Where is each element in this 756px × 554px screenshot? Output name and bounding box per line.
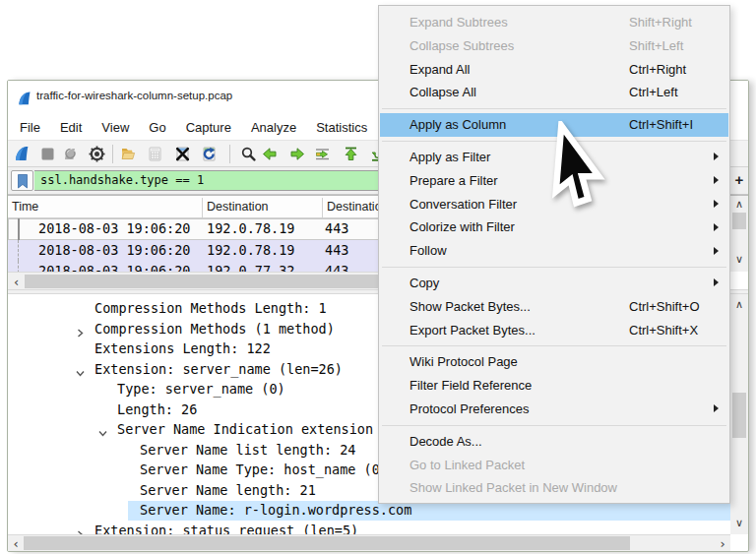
packet-time-cell: 2018-08-03 19:06:20 bbox=[38, 220, 190, 236]
column-header-time[interactable]: Time bbox=[12, 200, 38, 214]
filter-add-button[interactable]: + bbox=[730, 170, 748, 191]
submenu-arrow-icon bbox=[714, 176, 719, 184]
menu-item-label: Copy bbox=[410, 272, 439, 295]
menu-item-label: Colorize with Filter bbox=[410, 215, 515, 239]
menu-item-label: Go to Linked Packet bbox=[410, 454, 525, 477]
menu-item-go-to-linked-packet: Go to Linked Packet bbox=[380, 454, 728, 477]
related-packet-line bbox=[18, 240, 19, 262]
menu-item-shortcut: Shift+Left bbox=[629, 34, 683, 58]
menu-item-label: Apply as Filter bbox=[410, 146, 490, 169]
scroll-down-arrow[interactable]: ∨ bbox=[730, 517, 748, 530]
menu-item-label: Show Linked Packet in New Window bbox=[410, 476, 617, 500]
go-back-icon[interactable] bbox=[262, 146, 279, 162]
menu-separator bbox=[382, 267, 726, 268]
menu-item-show-linked-packet-in-new-window: Show Linked Packet in New Window bbox=[380, 476, 728, 500]
toolbar-separator bbox=[229, 145, 230, 163]
menu-separator bbox=[382, 108, 726, 109]
column-separator[interactable] bbox=[322, 198, 323, 217]
tree-row-label: Extensions Length: 122 bbox=[94, 340, 271, 356]
menu-item-shortcut: Ctrl+Right bbox=[629, 58, 686, 82]
menu-item-label: Export Packet Bytes... bbox=[410, 319, 536, 342]
menu-item-expand-subtrees: Expand SubtreesShift+Right bbox=[380, 11, 728, 34]
submenu-arrow-icon bbox=[714, 200, 719, 208]
menu-item-follow[interactable]: Follow bbox=[380, 239, 728, 263]
tree-row-label: Server Name length: 21 bbox=[140, 482, 316, 498]
find-packet-icon[interactable] bbox=[240, 146, 257, 162]
scroll-thumb[interactable] bbox=[24, 536, 630, 550]
scroll-right-arrow[interactable]: › bbox=[715, 536, 730, 550]
scroll-thumb[interactable] bbox=[732, 393, 746, 438]
tree-row-label: Extension: server_name (len=26) bbox=[94, 361, 343, 377]
stop-capture-icon[interactable] bbox=[39, 146, 56, 162]
detail-vertical-scrollbar[interactable]: ∧∨ bbox=[730, 294, 748, 534]
menubar-item-file[interactable]: File bbox=[10, 116, 50, 139]
menubar-item-view[interactable]: View bbox=[92, 116, 139, 139]
scroll-thumb[interactable] bbox=[732, 213, 746, 229]
menu-item-label: Conversation Filter bbox=[410, 193, 517, 216]
chevron-down-icon[interactable] bbox=[76, 365, 85, 381]
menu-item-expand-all[interactable]: Expand AllCtrl+Right bbox=[380, 58, 728, 82]
menubar-item-capture[interactable]: Capture bbox=[176, 116, 241, 139]
submenu-arrow-icon bbox=[714, 223, 719, 231]
scroll-up-arrow[interactable]: ∧ bbox=[730, 198, 748, 212]
start-capture-icon[interactable] bbox=[14, 146, 31, 162]
packet-destination-cell: 192.0.77.32 bbox=[207, 263, 294, 272]
menu-item-label: Expand Subtrees bbox=[410, 11, 508, 34]
go-first-icon[interactable] bbox=[343, 146, 359, 162]
menubar-item-analyze[interactable]: Analyze bbox=[241, 116, 306, 139]
scroll-up-arrow[interactable]: ∧ bbox=[730, 298, 748, 312]
menu-separator bbox=[382, 425, 726, 426]
packet-dest-port-cell: 443 bbox=[325, 263, 348, 272]
menu-item-label: Decode As... bbox=[410, 430, 482, 454]
menu-item-protocol-preferences[interactable]: Protocol Preferences bbox=[380, 398, 728, 421]
go-forward-icon[interactable] bbox=[288, 146, 305, 162]
filter-bookmark-button[interactable] bbox=[11, 170, 33, 191]
chevron-right-icon[interactable] bbox=[76, 325, 85, 340]
menu-item-shortcut: Ctrl+Shift+O bbox=[629, 295, 700, 319]
save-file-icon[interactable] bbox=[147, 146, 163, 162]
menu-item-decode-as[interactable]: Decode As... bbox=[380, 430, 728, 454]
window-title: traffic-for-wireshark-column-setup.pcap bbox=[36, 90, 232, 101]
open-file-icon[interactable] bbox=[120, 146, 137, 162]
chevron-down-icon[interactable] bbox=[98, 425, 107, 441]
menu-item-label: Follow bbox=[410, 239, 447, 263]
scroll-left-arrow[interactable]: ‹ bbox=[8, 275, 25, 288]
menu-item-shortcut: Ctrl+Left bbox=[629, 81, 678, 104]
go-to-packet-icon[interactable] bbox=[314, 146, 331, 162]
menu-item-collapse-all[interactable]: Collapse AllCtrl+Left bbox=[380, 81, 728, 104]
detail-tree-row[interactable]: Extension: status_request (len=5) bbox=[8, 522, 730, 535]
menu-item-show-packet-bytes[interactable]: Show Packet Bytes...Ctrl+Shift+O bbox=[380, 295, 728, 319]
tree-row-label: Compression Methods (1 method) bbox=[94, 321, 335, 337]
menu-item-label: Filter Field Reference bbox=[410, 374, 532, 398]
menu-item-export-packet-bytes[interactable]: Export Packet Bytes...Ctrl+Shift+X bbox=[380, 319, 728, 342]
menubar-item-statistics[interactable]: Statistics bbox=[306, 116, 377, 139]
menubar-item-go[interactable]: Go bbox=[139, 116, 175, 139]
tree-row-label: Server Name: r-login.wordpress.com bbox=[140, 502, 411, 518]
related-packet-line bbox=[18, 261, 19, 272]
menu-item-copy[interactable]: Copy bbox=[380, 272, 728, 295]
wireshark-fin-icon bbox=[18, 92, 32, 110]
scroll-down-arrow[interactable]: ∨ bbox=[730, 253, 748, 267]
menu-item-label: Collapse All bbox=[410, 81, 476, 104]
column-separator[interactable] bbox=[202, 198, 203, 217]
menu-item-wiki-protocol-page[interactable]: Wiki Protocol Page bbox=[380, 350, 728, 374]
capture-options-icon[interactable] bbox=[89, 146, 105, 162]
restart-capture-icon[interactable] bbox=[62, 146, 79, 162]
packet-dest-port-cell: 443 bbox=[325, 242, 348, 258]
menu-item-label: Collapse Subtrees bbox=[410, 34, 514, 58]
chevron-right-icon[interactable] bbox=[76, 526, 85, 535]
toolbar-separator bbox=[112, 145, 113, 163]
packet-list-vertical-scrollbar[interactable]: ∧∨ bbox=[730, 196, 748, 272]
close-file-icon[interactable] bbox=[174, 146, 191, 162]
submenu-arrow-icon bbox=[714, 278, 719, 286]
submenu-arrow-icon bbox=[714, 247, 719, 255]
menu-item-label: Expand All bbox=[410, 58, 470, 82]
submenu-arrow-icon bbox=[714, 153, 719, 160]
menubar-item-edit[interactable]: Edit bbox=[50, 116, 92, 139]
detail-horizontal-scrollbar[interactable]: ‹› bbox=[8, 534, 730, 551]
column-header-destination[interactable]: Destination bbox=[207, 200, 269, 214]
reload-file-icon[interactable] bbox=[201, 146, 218, 162]
packet-time-cell: 2018-08-03 19:06:20 bbox=[38, 263, 190, 272]
menu-item-filter-field-reference[interactable]: Filter Field Reference bbox=[380, 374, 728, 398]
scroll-left-arrow[interactable]: ‹ bbox=[8, 536, 24, 550]
